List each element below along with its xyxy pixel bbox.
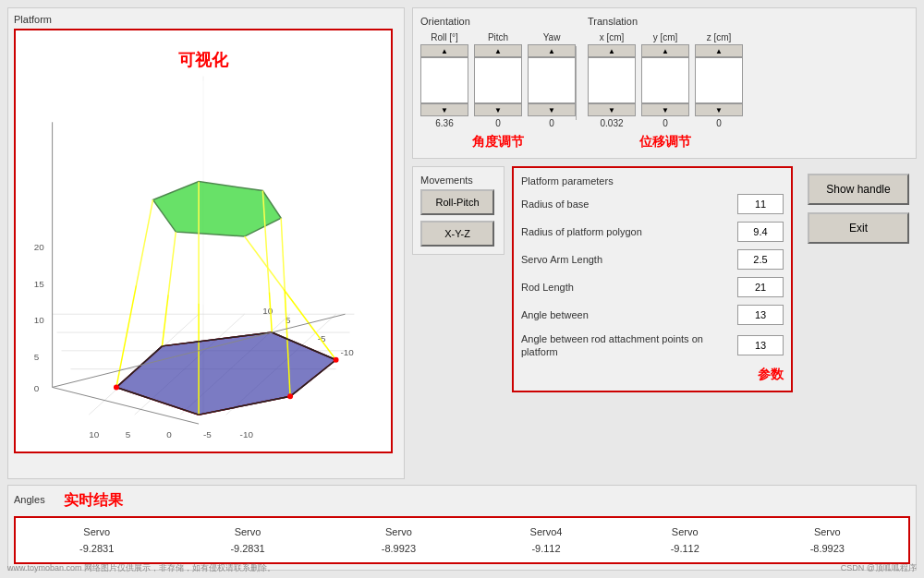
svg-text:5: 5 — [126, 429, 131, 440]
param-input-5[interactable] — [737, 335, 784, 355]
svg-text:5: 5 — [34, 352, 40, 362]
param-label-5: Angle between rod attachment points on p… — [521, 332, 734, 359]
roll-value-display[interactable] — [420, 57, 468, 103]
angles-title: Angles — [14, 494, 45, 505]
x-label: x [cm] — [600, 32, 625, 42]
movements-panel: Movements Roll-Pitch X-Y-Z — [412, 166, 505, 255]
z-label: z [cm] — [707, 32, 732, 42]
z-value-display[interactable] — [695, 57, 743, 103]
z-spinner[interactable]: ▲ ▼ — [695, 44, 743, 116]
yaw-spinner[interactable]: ▲ ▼ — [528, 44, 576, 116]
angles-table-container: Servo Servo Servo Servo4 Servo Servo -9.… — [14, 516, 910, 564]
param-input-3[interactable] — [737, 277, 784, 297]
param-input-1[interactable] — [737, 222, 784, 242]
orientation-group: Orientation Roll [°] ▲ ▼ 6.36 — [420, 16, 576, 151]
roll-current-value: 6.36 — [435, 118, 453, 128]
angle-val-4: -9.112 — [618, 540, 752, 557]
orientation-spinners: Roll [°] ▲ ▼ 6.36 Pitch — [420, 32, 576, 128]
roll-label: Roll [°] — [431, 32, 458, 42]
z-spinner-container: z [cm] ▲ ▼ 0 — [695, 32, 743, 128]
angles-title-row: Angles 实时结果 — [14, 491, 910, 511]
svg-text:20: 20 — [34, 242, 45, 252]
pitch-spinner[interactable]: ▲ ▼ — [474, 44, 522, 116]
angles-panel: Angles 实时结果 Servo Servo Servo Servo4 Ser… — [7, 485, 917, 571]
angle-val-0: -9.2831 — [21, 540, 172, 557]
right-panels: Orientation Roll [°] ▲ ▼ 6.36 — [412, 7, 917, 479]
y-down-arrow[interactable]: ▼ — [641, 103, 689, 116]
angles-table: Servo Servo Servo Servo4 Servo Servo -9.… — [21, 524, 903, 557]
roll-pitch-button[interactable]: Roll-Pitch — [420, 189, 494, 215]
movements-title: Movements — [420, 175, 496, 186]
xyz-button[interactable]: X-Y-Z — [420, 221, 494, 247]
y-up-arrow[interactable]: ▲ — [641, 44, 689, 57]
svg-text:10: 10 — [34, 315, 45, 325]
angles-header-row: Servo Servo Servo Servo4 Servo Servo — [21, 524, 903, 540]
y-spinner-container: y [cm] ▲ ▼ 0 — [641, 32, 689, 128]
col-header-5: Servo — [752, 524, 903, 540]
svg-point-41 — [334, 357, 339, 363]
show-handle-button[interactable]: Show handle — [808, 174, 909, 205]
col-header-1: Servo — [172, 524, 322, 540]
platform-visualization: 可视化 — [14, 29, 393, 453]
yaw-current-value: 0 — [549, 118, 554, 128]
roll-spinner-container: Roll [°] ▲ ▼ 6.36 — [420, 32, 468, 128]
param-row-3: Rod Length — [521, 277, 784, 297]
platform-svg: 20 15 10 5 0 10 5 0 -5 -10 5 -5 -10 10 — [16, 30, 391, 452]
svg-point-39 — [114, 384, 119, 390]
translation-title: Translation — [588, 16, 743, 27]
yaw-label: Yaw — [543, 32, 561, 42]
angle-val-3: -9.112 — [474, 540, 618, 557]
z-up-arrow[interactable]: ▲ — [695, 44, 743, 57]
translation-section-label: 位移调节 — [588, 134, 743, 151]
x-spinner[interactable]: ▲ ▼ — [588, 44, 636, 116]
svg-text:-10: -10 — [240, 429, 254, 440]
y-current-value: 0 — [663, 118, 668, 128]
yaw-value-display[interactable] — [528, 57, 576, 103]
yaw-down-arrow[interactable]: ▼ — [528, 103, 576, 116]
col-header-3: Servo4 — [474, 524, 618, 540]
svg-text:0: 0 — [34, 383, 40, 393]
col-header-4: Servo — [618, 524, 752, 540]
translation-group: Translation x [cm] ▲ ▼ 0.032 — [588, 16, 743, 151]
param-input-2[interactable] — [737, 249, 784, 270]
roll-down-arrow[interactable]: ▼ — [420, 103, 468, 116]
x-value-display[interactable] — [588, 57, 636, 103]
pitch-value-display[interactable] — [474, 57, 522, 103]
param-input-0[interactable] — [737, 194, 784, 214]
platform-panel: Platform 可视化 — [7, 7, 405, 479]
roll-up-arrow[interactable]: ▲ — [420, 44, 468, 57]
param-row-0: Radius of base — [521, 194, 784, 214]
roll-spinner[interactable]: ▲ ▼ — [420, 44, 468, 116]
watermark-right: CSDN @顶呱呱程序 — [841, 562, 917, 574]
action-buttons: Show handle Exit — [800, 166, 917, 251]
bottom-row: Angles 实时结果 Servo Servo Servo Servo4 Ser… — [7, 485, 917, 571]
y-value-display[interactable] — [641, 57, 689, 103]
y-spinner[interactable]: ▲ ▼ — [641, 44, 689, 116]
z-down-arrow[interactable]: ▼ — [695, 103, 743, 116]
platform-params-panel: Platform parameters Radius of base Radiu… — [512, 166, 793, 392]
pitch-up-arrow[interactable]: ▲ — [474, 44, 522, 57]
svg-text:15: 15 — [34, 279, 45, 289]
x-up-arrow[interactable]: ▲ — [588, 44, 636, 57]
param-row-4: Angle between — [521, 305, 784, 325]
col-header-2: Servo — [323, 524, 474, 540]
pitch-down-arrow[interactable]: ▼ — [474, 103, 522, 116]
y-label: y [cm] — [653, 32, 678, 42]
exit-button[interactable]: Exit — [808, 212, 909, 244]
x-down-arrow[interactable]: ▼ — [588, 103, 636, 116]
param-input-4[interactable] — [737, 305, 784, 325]
mid-row: Movements Roll-Pitch X-Y-Z Platform para… — [412, 166, 917, 392]
angle-val-2: -8.9923 — [323, 540, 474, 557]
pitch-spinner-container: Pitch ▲ ▼ 0 — [474, 32, 522, 128]
param-label-1: Radius of platform polygon — [521, 225, 734, 238]
watermark-left: www.toymoban.com 网络图片仅供展示，非存储，如有侵权请联系删除。 — [7, 562, 275, 574]
yaw-up-arrow[interactable]: ▲ — [528, 44, 576, 57]
col-header-0: Servo — [21, 524, 172, 540]
divider — [576, 46, 577, 120]
platform-title: Platform — [14, 14, 398, 25]
angle-val-5: -8.9923 — [752, 540, 903, 557]
param-label-2: Servo Arm Length — [521, 253, 734, 266]
viz-label: 可视化 — [178, 49, 228, 71]
param-row-2: Servo Arm Length — [521, 249, 784, 270]
svg-text:10: 10 — [262, 306, 274, 316]
